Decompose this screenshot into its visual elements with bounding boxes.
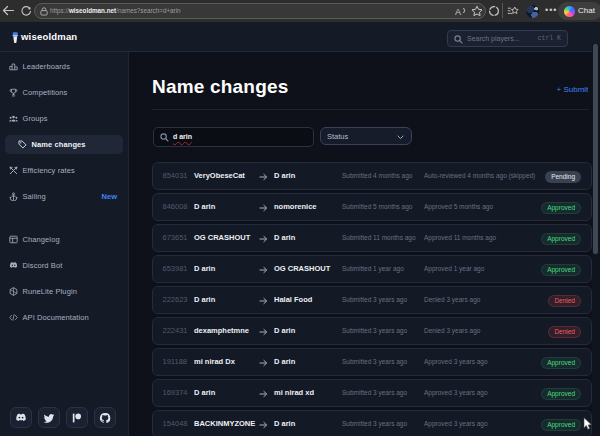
svg-text:A: A: [455, 7, 461, 17]
